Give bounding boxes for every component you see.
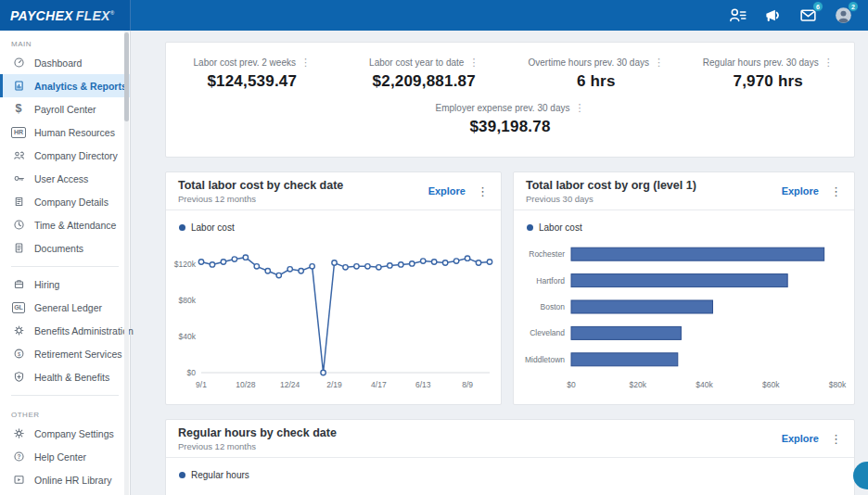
sidebar-item-payroll-center[interactable]: $Payroll Center bbox=[0, 97, 130, 121]
hiring-icon bbox=[11, 278, 26, 290]
kpi-label: Regular hours prev. 30 days bbox=[703, 57, 819, 68]
sidebar-item-label: General Ledger bbox=[34, 302, 102, 313]
svg-text:?: ? bbox=[17, 453, 20, 460]
kpi-label: Overtime hours prev. 30 days bbox=[529, 57, 649, 68]
sidebar-item-dashboard[interactable]: Dashboard bbox=[0, 51, 130, 74]
panel-header: Total labor cost by org (level 1) Previo… bbox=[514, 172, 854, 210]
legend-label: Labor cost bbox=[539, 222, 582, 233]
sidebar-item-time-attendance[interactable]: Time & Attendance bbox=[0, 213, 130, 236]
kebab-menu-icon[interactable]: ⋮ bbox=[468, 57, 479, 68]
sidebar-item-retirement-services[interactable]: $Retirement Services bbox=[0, 342, 130, 365]
panel-total-labor-cost-by-org: Total labor cost by org (level 1) Previo… bbox=[513, 171, 855, 405]
sidebar-item-human-resources[interactable]: HRHuman Resources bbox=[0, 121, 130, 144]
kpi-value: 6 hrs bbox=[510, 72, 683, 91]
sidebar-item-label: Online HR Library bbox=[34, 475, 111, 486]
sidebar-item-benefits-administration[interactable]: Benefits Administration bbox=[0, 319, 130, 342]
labor-cost-line-chart[interactable]: $120k$80k$40k$09/110/2812/242/194/176/13… bbox=[166, 235, 501, 395]
explore-link[interactable]: Explore bbox=[782, 185, 819, 197]
user-avatar-icon[interactable]: 2 bbox=[834, 6, 853, 25]
time-icon bbox=[11, 219, 26, 231]
sidebar-item-label: Dashboard bbox=[34, 57, 82, 69]
kpi-employer-expense-prev-30-days: Employer expense prev. 30 days⋮$39,198.7… bbox=[166, 103, 854, 136]
sidebar-section-label-other: OTHER bbox=[0, 401, 130, 422]
sidebar-item-label: Time & Attendance bbox=[34, 220, 116, 231]
legend-dot-icon bbox=[179, 472, 185, 478]
retirement-icon: $ bbox=[11, 348, 26, 360]
sidebar-item-company-details[interactable]: Company Details bbox=[0, 190, 130, 213]
notification-badge: 2 bbox=[848, 1, 859, 12]
sidebar-nav: MAINDashboardAnalytics & Reports$Payroll… bbox=[0, 31, 131, 495]
kebab-menu-icon[interactable]: ⋮ bbox=[823, 57, 834, 68]
kpi-value: $2,209,881.87 bbox=[338, 72, 511, 91]
svg-text:9/1: 9/1 bbox=[196, 380, 207, 389]
sidebar-item-health-benefits[interactable]: Health & Benefits bbox=[0, 365, 130, 388]
messages-envelope-icon[interactable]: 6 bbox=[798, 6, 818, 25]
explore-link[interactable]: Explore bbox=[782, 433, 819, 444]
sidebar-item-help-center[interactable]: ?Help Center bbox=[0, 445, 130, 468]
people-admin-icon[interactable] bbox=[728, 6, 747, 25]
sidebar-scrollbar[interactable] bbox=[124, 32, 129, 121]
legend-label: Regular hours bbox=[191, 470, 249, 480]
sidebar-item-online-hr-library[interactable]: Online HR Library bbox=[0, 468, 130, 491]
explore-link[interactable]: Explore bbox=[428, 185, 466, 197]
hr-icon: HR bbox=[11, 127, 26, 138]
sidebar-item-label: Documents bbox=[34, 243, 83, 254]
kebab-menu-icon[interactable]: ⋮ bbox=[477, 185, 489, 197]
legend-label: Labor cost bbox=[191, 222, 235, 233]
sidebar-item-label: Health & Benefits bbox=[34, 372, 109, 383]
kebab-menu-icon[interactable]: ⋮ bbox=[300, 57, 311, 68]
svg-text:$20k: $20k bbox=[630, 380, 647, 389]
svg-text:12/24: 12/24 bbox=[280, 380, 300, 389]
sidebar-item-hiring[interactable]: Hiring bbox=[0, 273, 130, 296]
header-icon-group: 62 bbox=[728, 0, 868, 31]
legend-dot-icon bbox=[527, 224, 533, 231]
logo-block[interactable]: PAYCHEXFLEX® bbox=[0, 0, 131, 31]
kebab-menu-icon[interactable]: ⋮ bbox=[830, 433, 842, 445]
notification-badge: 6 bbox=[812, 1, 823, 12]
sidebar-item-user-access[interactable]: User Access bbox=[0, 167, 130, 190]
kebab-menu-icon[interactable]: ⋮ bbox=[654, 57, 664, 68]
kebab-menu-icon[interactable]: ⋮ bbox=[574, 103, 584, 113]
sidebar-item-label: Company Directory bbox=[34, 150, 118, 161]
panel-regular-hours-by-check-date: Regular hours by check date Previous 12 … bbox=[165, 419, 855, 495]
svg-text:Hartford: Hartford bbox=[536, 276, 565, 286]
kpi-labor-cost-prev-2-weeks: Labor cost prev. 2 weeks⋮$124,539.47 bbox=[166, 57, 338, 91]
svg-text:$: $ bbox=[17, 351, 20, 357]
company-details-icon bbox=[11, 196, 26, 208]
panel-subtitle: Previous 30 days bbox=[526, 194, 696, 204]
kebab-menu-icon[interactable]: ⋮ bbox=[830, 185, 842, 197]
kpi-value: $124,539.47 bbox=[166, 72, 338, 91]
panel-header: Regular hours by check date Previous 12 … bbox=[166, 420, 854, 458]
settings-icon bbox=[11, 427, 26, 439]
panel-subtitle: Previous 12 months bbox=[178, 441, 337, 451]
logo-registered-mark: ® bbox=[110, 10, 115, 16]
chart-legend: Labor cost bbox=[514, 210, 854, 233]
kpi-label: Employer expense prev. 30 days bbox=[436, 103, 570, 113]
sidebar-item-company-settings[interactable]: Company Settings bbox=[0, 422, 130, 445]
sidebar-item-label: Retirement Services bbox=[34, 349, 122, 360]
svg-text:2/19: 2/19 bbox=[326, 380, 342, 389]
panel-subtitle: Previous 12 months bbox=[178, 194, 343, 204]
sidebar-item-general-ledger[interactable]: GLGeneral Ledger bbox=[0, 296, 130, 319]
directory-icon bbox=[11, 149, 26, 161]
megaphone-icon[interactable] bbox=[763, 6, 783, 25]
sidebar-item-documents[interactable]: Documents bbox=[0, 236, 130, 260]
chart-legend: Regular hours bbox=[166, 458, 854, 480]
sidebar-item-company-directory[interactable]: Company Directory bbox=[0, 144, 130, 167]
health-icon bbox=[11, 371, 26, 383]
analytics-icon bbox=[11, 80, 26, 92]
svg-text:$0: $0 bbox=[187, 368, 197, 377]
logo-product: FLEX bbox=[76, 8, 110, 23]
svg-text:$120k: $120k bbox=[174, 260, 197, 269]
svg-text:4/17: 4/17 bbox=[371, 380, 387, 389]
sidebar-item-label: Analytics & Reports bbox=[34, 81, 127, 92]
svg-text:Boston: Boston bbox=[541, 302, 566, 311]
panel-title: Total labor cost by org (level 1) bbox=[526, 179, 696, 192]
main-content: Labor cost prev. 2 weeks⋮$124,539.47Labo… bbox=[131, 31, 868, 495]
sidebar-item-analytics-reports[interactable]: Analytics & Reports bbox=[0, 74, 130, 97]
svg-text:6/13: 6/13 bbox=[415, 380, 431, 389]
kpi-value: 7,970 hrs bbox=[683, 72, 855, 91]
labor-cost-by-org-bar-chart[interactable]: $0$20k$40k$60k$80kRochesterHartfordBosto… bbox=[514, 235, 854, 395]
chart-legend: Labor cost bbox=[166, 210, 501, 233]
sidebar-item-label: Company Settings bbox=[34, 428, 114, 439]
